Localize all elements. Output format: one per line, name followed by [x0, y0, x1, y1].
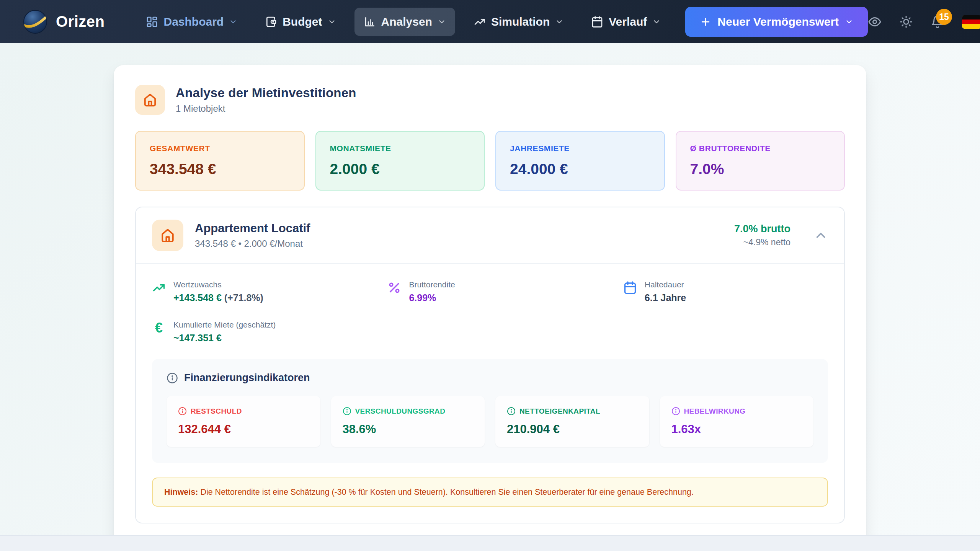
plus-icon — [700, 16, 711, 28]
financing-title: Finanzierungsindikatoren — [184, 372, 310, 384]
notifications-button[interactable]: 15 — [931, 15, 944, 29]
nav-item-verlauf[interactable]: Verlauf — [582, 8, 670, 36]
indicator-value: 132.644 € — [178, 422, 309, 436]
stat-card-gesamtwert: GESAMTWERT 343.548 € — [135, 131, 305, 191]
trending-up-icon — [152, 281, 166, 295]
property-titles: Appartement Locatif 343.548 € • 2.000 €/… — [195, 222, 310, 249]
wallet-icon — [265, 16, 277, 28]
indicator-nettoeigenkapital: NETTOEIGENKAPITAL 210.904 € — [495, 396, 649, 447]
new-asset-label: Neuer Vermögenswert — [717, 15, 839, 28]
indicator-hebelwirkung: HEBELWIRKUNG 1.63x — [660, 396, 814, 447]
info-icon — [671, 407, 680, 416]
stat-value: 2.000 € — [330, 161, 470, 178]
stat-card-monatsmiete: MONATSMIETE 2.000 € — [315, 131, 485, 191]
nav-item-simulation[interactable]: Simulation — [464, 8, 573, 36]
stat-label: JAHRESMIETE — [510, 144, 650, 153]
metric-label: Kumulierte Miete (geschätzt) — [173, 320, 276, 329]
nav-item-dashboard[interactable]: Dashboard — [137, 8, 247, 36]
indicator-value: 1.63x — [671, 422, 802, 436]
sun-icon — [899, 15, 913, 29]
stat-label: GESAMTWERT — [150, 144, 290, 153]
indicator-label: VERSCHULDUNGSGRAD — [355, 407, 446, 416]
analysis-card: Analyse der Mietinvestitionen 1 Mietobje… — [114, 65, 866, 535]
property-card: Appartement Locatif 343.548 € • 2.000 €/… — [135, 207, 845, 523]
property-yields: 7.0% brutto ~4.9% netto — [734, 223, 791, 248]
nav-item-analysen[interactable]: Analysen — [354, 8, 455, 36]
metric-haltedauer: Haltedauer 6.1 Jahre — [623, 280, 828, 303]
trending-up-icon — [474, 16, 486, 28]
indicator-head: VERSCHULDUNGSGRAD — [343, 407, 474, 416]
indicator-label: NETTOEIGENKAPITAL — [519, 407, 600, 416]
privacy-eye-button[interactable] — [868, 15, 882, 29]
theme-toggle-button[interactable] — [899, 15, 913, 29]
nav-label: Dashboard — [163, 15, 224, 28]
collapse-button[interactable] — [813, 228, 828, 243]
chevron-up-icon — [813, 228, 828, 243]
financing-section: Finanzierungsindikatoren RESTSCHULD 132.… — [152, 359, 828, 463]
indicator-label: HEBELWIRKUNG — [684, 407, 746, 416]
stat-label: MONATSMIETE — [330, 144, 470, 153]
metric-label: Bruttorendite — [409, 280, 455, 289]
info-icon — [343, 407, 351, 416]
bottom-strip — [0, 535, 980, 551]
orizen-logo-icon — [23, 10, 47, 34]
stat-value: 24.000 € — [510, 161, 650, 178]
brand-name: Orizen — [56, 13, 105, 30]
home-icon — [159, 227, 176, 244]
top-navbar: Orizen Dashboard Budget Analysen — [0, 0, 980, 43]
eye-icon — [868, 15, 882, 29]
tax-hint-note: Hinweis: Die Nettorendite ist eine Schät… — [152, 478, 828, 507]
bar-chart-icon — [364, 16, 376, 28]
nav-item-budget[interactable]: Budget — [256, 8, 345, 36]
page-title: Analyse der Mietinvestitionen — [176, 86, 356, 100]
header-titles: Analyse der Mietinvestitionen 1 Mietobje… — [176, 86, 356, 114]
info-icon — [507, 407, 516, 416]
main-nav: Dashboard Budget Analysen Simulation — [137, 8, 670, 36]
indicator-value: 210.904 € — [507, 422, 638, 436]
info-icon — [178, 407, 187, 416]
metric-value: ~147.351 € — [173, 333, 276, 344]
nav-label: Verlauf — [609, 15, 647, 28]
property-name: Appartement Locatif — [195, 222, 310, 235]
stat-value: 343.548 € — [150, 161, 290, 178]
metric-value: 6.1 Jahre — [645, 292, 686, 303]
navbar-right-actions: 15 — [868, 15, 980, 29]
stat-card-jahresmiete: JAHRESMIETE 24.000 € — [495, 131, 665, 191]
page-subtitle: 1 Mietobjekt — [176, 103, 356, 114]
chevron-down-icon — [652, 18, 661, 26]
indicator-restschuld: RESTSCHULD 132.644 € — [167, 396, 320, 447]
stat-value: 7.0% — [690, 161, 831, 178]
metric-kumulierte-miete: € Kumulierte Miete (geschätzt) ~147.351 … — [152, 320, 387, 344]
new-asset-button[interactable]: Neuer Vermögenswert — [685, 7, 868, 37]
euro-icon: € — [152, 321, 166, 335]
page-header: Analyse der Mietinvestitionen 1 Mietobje… — [135, 85, 845, 115]
nav-label: Simulation — [491, 15, 550, 28]
indicator-label: RESTSCHULD — [191, 407, 242, 416]
financing-header: Finanzierungsindikatoren — [167, 372, 813, 384]
indicator-verschuldungsgrad: VERSCHULDUNGSGRAD 38.6% — [331, 396, 485, 447]
calendar-icon — [591, 16, 603, 28]
metric-content: Haltedauer 6.1 Jahre — [645, 280, 686, 303]
property-icon-box — [152, 220, 183, 251]
metric-content: Kumulierte Miete (geschätzt) ~147.351 € — [173, 320, 276, 344]
stat-card-bruttorendite: Ø BRUTTORENDITE 7.0% — [676, 131, 845, 191]
property-subtitle: 343.548 € • 2.000 €/Monat — [195, 238, 310, 249]
metric-wertzuwachs: Wertzuwachs +143.548 € (+71.8%) — [152, 280, 387, 303]
metric-bruttorendite: Bruttorendite 6.99% — [387, 280, 623, 303]
brand[interactable]: Orizen — [23, 10, 105, 34]
language-flag-de-icon[interactable] — [962, 15, 980, 29]
nav-label: Analysen — [381, 15, 432, 28]
info-icon — [167, 372, 178, 384]
indicator-head: NETTOEIGENKAPITAL — [507, 407, 638, 416]
hint-text: Die Nettorendite ist eine Schätzung (-30… — [198, 487, 693, 497]
net-yield: ~4.9% netto — [734, 237, 791, 248]
header-icon-box — [135, 85, 165, 115]
metric-label: Haltedauer — [645, 280, 686, 289]
notification-badge: 15 — [936, 9, 952, 25]
indicator-head: HEBELWIRKUNG — [671, 407, 802, 416]
chevron-down-icon — [845, 18, 853, 26]
metric-content: Wertzuwachs +143.548 € (+71.8%) — [173, 280, 263, 303]
stat-label: Ø BRUTTORENDITE — [690, 144, 831, 153]
indicator-value: 38.6% — [343, 422, 474, 436]
property-header[interactable]: Appartement Locatif 343.548 € • 2.000 €/… — [136, 207, 844, 264]
